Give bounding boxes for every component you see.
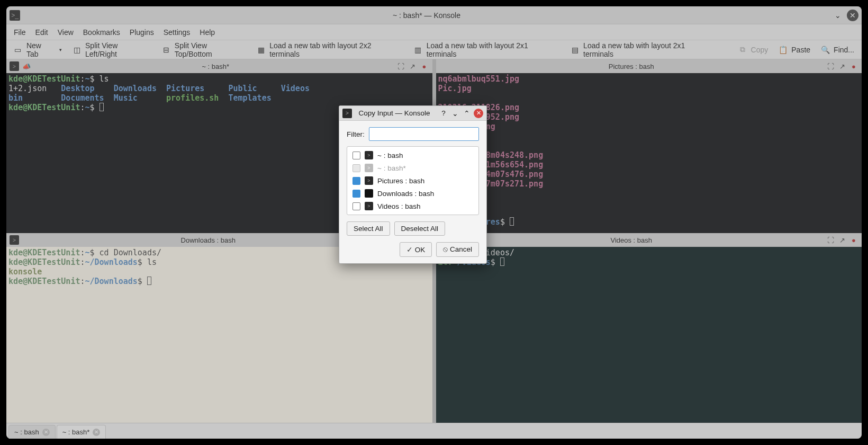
split-top-bottom-button[interactable]: ⊟ Split View Top/Bottom: [162, 41, 246, 58]
session-row[interactable]: > ~ : bash: [347, 149, 478, 162]
chevron-down-icon: ▾: [59, 47, 62, 52]
new-tab-button[interactable]: ▭ New Tab ▾: [14, 41, 62, 58]
ls-item: Videos: [281, 84, 310, 93]
cursor: [510, 217, 514, 226]
dialog-title: Copy Input — Konsole: [352, 109, 437, 117]
detach-pane-icon[interactable]: ↗: [837, 235, 847, 245]
pane-bottom-right: Videos : bash ⛶ ↗ ● it:~$ cd Videos/ it:…: [436, 233, 862, 423]
chevron-down-icon[interactable]: ⌄: [450, 109, 460, 118]
checkbox[interactable]: [352, 177, 360, 185]
menu-help[interactable]: Help: [200, 28, 215, 37]
tab-label: ~ : bash: [14, 428, 39, 436]
ls-item: konsole: [8, 267, 42, 277]
pane-header: Videos : bash ⛶ ↗ ●: [436, 233, 862, 247]
find-label: Find...: [834, 46, 854, 54]
menu-bookmarks[interactable]: Bookmarks: [83, 28, 120, 37]
detach-pane-icon[interactable]: ↗: [408, 61, 418, 71]
terminal-output[interactable]: kde@KDETestUnit:~$ cd Downloads/ kde@KDE…: [6, 247, 432, 423]
layout-2x2-button[interactable]: ▦ Load a new tab with layout 2x2 termina…: [257, 41, 403, 58]
close-pane-icon[interactable]: ●: [849, 235, 858, 245]
session-row[interactable]: Downloads : bash: [347, 187, 478, 200]
tab-close-icon[interactable]: ✕: [93, 429, 100, 436]
maximize-pane-icon[interactable]: ⛶: [826, 61, 835, 71]
search-icon: 🔍: [821, 46, 829, 54]
close-pane-icon[interactable]: ●: [420, 61, 429, 71]
layout-2x1-a-button[interactable]: ▥ Load a new tab with layout 2x1 termina…: [414, 41, 560, 58]
cancel-button[interactable]: Cancel: [436, 242, 479, 257]
deselect-all-button[interactable]: Deselect All: [394, 221, 446, 236]
checkbox[interactable]: [352, 152, 360, 159]
split-left-right-button[interactable]: ◫ Split View Left/Right: [73, 41, 151, 58]
prompt-path: ~: [85, 74, 90, 84]
filter-label: Filter:: [347, 130, 365, 138]
grid-2x2-icon: ▦: [257, 46, 265, 54]
ls-item: Templates: [228, 93, 271, 103]
session-label: Videos : bash: [377, 202, 421, 210]
prompt-cmd: ls: [100, 74, 109, 84]
menubar: File Edit View Bookmarks Plugins Setting…: [6, 24, 862, 40]
maximize-pane-icon[interactable]: ⛶: [396, 61, 406, 71]
prompt-path: ~: [85, 103, 90, 112]
find-button[interactable]: 🔍 Find...: [821, 46, 854, 54]
terminal-icon: >: [10, 235, 19, 245]
pane-title: ~ : bash*: [37, 63, 394, 70]
terminal-output[interactable]: nq6abmlbuq551.jpg Pic.jpg 210316_211826.…: [436, 73, 862, 233]
window-close-button[interactable]: ✕: [847, 10, 858, 21]
session-label: ~ : bash: [377, 152, 403, 159]
terminal-icon: >: [365, 164, 373, 172]
ls-item: Public: [228, 84, 257, 93]
copy-input-dialog: > Copy Input — Konsole ? ⌄ ⌃ ✕ Filter: >…: [339, 105, 487, 264]
paste-button[interactable]: 📋 Paste: [779, 46, 810, 54]
broadcast-icon[interactable]: 📣: [22, 63, 37, 70]
window-minimize-button[interactable]: ⌄: [832, 10, 844, 21]
maximize-pane-icon[interactable]: ⛶: [826, 235, 835, 245]
split-tb-icon: ⊟: [162, 46, 170, 54]
filter-input[interactable]: [369, 127, 479, 141]
session-row[interactable]: > Videos : bash: [347, 200, 478, 212]
ls-item: Downloads: [114, 84, 157, 93]
paste-label: Paste: [791, 46, 810, 54]
session-row[interactable]: > Pictures : bash: [347, 174, 478, 187]
prompt-path: ~/Downloads: [85, 277, 138, 286]
terminal-output[interactable]: it:~$ cd Videos/ it:~/Videos$: [436, 247, 862, 423]
menu-file[interactable]: File: [14, 28, 26, 37]
split-tb-label: Split View Top/Bottom: [175, 41, 246, 58]
tab[interactable]: ~ : bash* ✕: [57, 425, 106, 439]
select-all-button[interactable]: Select All: [347, 221, 390, 236]
pane-header: > 📣 ~ : bash* ⛶ ↗ ●: [6, 59, 432, 73]
split-lr-label: Split View Left/Right: [85, 41, 151, 58]
layout-2x1-b-label: Load a new tab with layout 2x1 terminals: [583, 41, 717, 58]
ls-item: nq6abmlbuq551.jpg: [438, 74, 520, 84]
cursor: [500, 257, 504, 266]
layout-2x1-b-button[interactable]: ▤ Load a new tab with layout 2x1 termina…: [571, 41, 717, 58]
ok-button[interactable]: OK: [400, 242, 432, 257]
session-label: ~ : bash*: [377, 164, 406, 172]
terminal-icon: >: [365, 151, 373, 159]
checkbox: [352, 164, 360, 172]
session-list: > ~ : bash > ~ : bash* > Pictures : bash…: [347, 146, 479, 215]
cancel-label: Cancel: [450, 245, 472, 253]
prompt-userhost: kde@KDETestUnit: [8, 277, 80, 286]
paste-icon: 📋: [779, 46, 787, 54]
cursor: [100, 103, 104, 111]
help-icon[interactable]: ?: [439, 109, 448, 118]
tab[interactable]: ~ : bash ✕: [8, 425, 56, 439]
split-lr-icon: ◫: [73, 46, 81, 54]
checkbox[interactable]: [352, 190, 360, 198]
grid-2x1-icon: ▤: [571, 46, 579, 54]
menu-edit[interactable]: Edit: [35, 28, 48, 37]
ls-item: bin: [8, 93, 23, 103]
close-pane-icon[interactable]: ●: [849, 61, 858, 71]
menu-view[interactable]: View: [58, 28, 74, 37]
prompt-userhost: kde@KDETestUnit: [8, 248, 80, 257]
ls-item: Pic.jpg: [438, 84, 472, 93]
menu-plugins[interactable]: Plugins: [130, 28, 154, 37]
chevron-up-icon[interactable]: ⌃: [462, 109, 472, 118]
menu-settings[interactable]: Settings: [164, 28, 191, 37]
tab-close-icon[interactable]: ✕: [42, 429, 50, 436]
dialog-close-button[interactable]: ✕: [474, 109, 483, 118]
checkbox[interactable]: [352, 202, 360, 210]
detach-pane-icon[interactable]: ↗: [837, 61, 847, 71]
terminal-icon: >: [10, 61, 19, 71]
terminal-icon: >: [342, 109, 352, 118]
